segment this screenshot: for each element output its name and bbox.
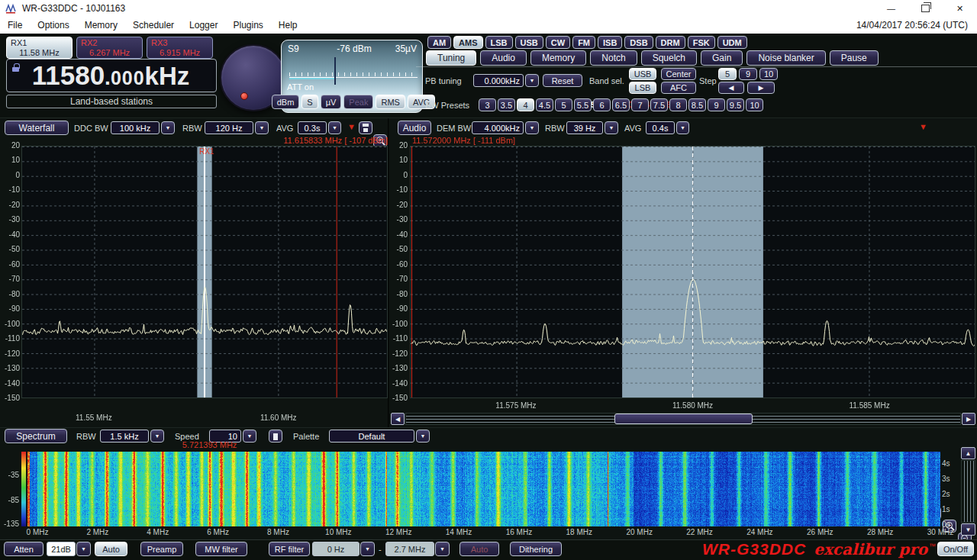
marker-icon[interactable]: ▼ — [347, 122, 356, 131]
smeter-button-dbm[interactable]: dBm — [272, 95, 300, 109]
rx-tab-rx1[interactable]: RX111.58 MHz — [6, 37, 73, 59]
bw-preset-6-5[interactable]: 6.5 — [612, 98, 630, 111]
spectrum-tab-button[interactable]: Spectrum — [5, 429, 67, 443]
audio-tab-button[interactable]: Audio — [398, 121, 431, 135]
bw-preset-5-5[interactable]: 5.5 — [574, 98, 592, 111]
waterfall-display[interactable] — [27, 452, 940, 526]
center-button[interactable]: Center — [661, 68, 696, 80]
rf-filter-high-field[interactable]: 2.7 MHz — [385, 542, 434, 556]
tab-pause[interactable]: Pause — [830, 50, 879, 66]
afc-button[interactable]: AFC — [661, 82, 696, 94]
step-down-button[interactable]: ◀ — [718, 82, 744, 94]
mode-button-isb[interactable]: ISB — [598, 36, 622, 49]
smeter-button-rms[interactable]: RMS — [376, 95, 405, 109]
audio-spectrum-display[interactable] — [411, 146, 975, 397]
menu-item-file[interactable]: File — [0, 20, 30, 31]
minimize-button[interactable]: — — [874, 0, 908, 17]
step-button-5[interactable]: 5 — [718, 68, 737, 80]
tab-memory[interactable]: Memory — [530, 50, 586, 66]
palette-dropdown[interactable]: ▼ — [416, 430, 430, 443]
bw-preset-9[interactable]: 9 — [708, 98, 725, 111]
dithering-button[interactable]: Dithering — [510, 542, 562, 556]
mw-filter-button[interactable]: MW filter — [195, 542, 247, 556]
main-avg-field[interactable]: 0.3s — [298, 121, 327, 134]
ddc-bw-dropdown[interactable]: ▼ — [161, 121, 175, 134]
bw-preset-9-5[interactable]: 9.5 — [727, 98, 744, 111]
main-spectrum-plot[interactable] — [21, 146, 388, 398]
pb-tuning-field[interactable]: 0.000kHz — [473, 74, 524, 87]
tab-tuning[interactable]: Tuning — [426, 50, 476, 66]
atten-auto-button[interactable]: Auto — [95, 542, 127, 556]
mode-button-usb[interactable]: USB — [515, 36, 543, 49]
atten-value-field[interactable]: 21dB — [47, 542, 76, 556]
pb-tuning-dropdown[interactable]: ▼ — [525, 74, 539, 87]
smeter-button-s[interactable]: S — [301, 95, 318, 109]
atten-button[interactable]: Atten — [4, 542, 44, 556]
audio-avg-field[interactable]: 0.4s — [646, 121, 675, 134]
waterfall-tab-button[interactable]: Waterfall — [5, 121, 69, 135]
mode-button-fsk[interactable]: FSK — [688, 36, 715, 49]
step-up-button[interactable]: ▶ — [747, 82, 775, 94]
tab-audio[interactable]: Audio — [480, 50, 527, 66]
palette-field[interactable]: Default — [329, 430, 414, 443]
hscroll-left-button[interactable]: ◀ — [391, 413, 405, 425]
bw-preset-7-5[interactable]: 7.5 — [650, 98, 668, 111]
vscroll-track[interactable] — [961, 460, 975, 523]
bw-preset-8-5[interactable]: 8.5 — [688, 98, 706, 111]
audio-spectrum-plot[interactable] — [410, 146, 975, 398]
bw-preset-3-5[interactable]: 3.5 — [498, 98, 515, 111]
smeter-button--v[interactable]: µV — [321, 95, 342, 109]
bw-preset-4-5[interactable]: 4.5 — [536, 98, 553, 111]
smeter-button-peak[interactable]: Peak — [343, 95, 373, 109]
vscroll-down-button[interactable]: ▼ — [961, 523, 975, 536]
mode-button-ams[interactable]: AMS — [453, 36, 482, 49]
atten-dropdown[interactable]: ▼ — [76, 542, 91, 556]
mode-button-udm[interactable]: UDM — [717, 36, 747, 49]
audio-rbw-dropdown[interactable]: ▼ — [605, 121, 618, 134]
bw-preset-10[interactable]: 10 — [746, 98, 763, 111]
pause-icon[interactable] — [269, 430, 282, 443]
rx-tab-rx3[interactable]: RX36.915 MHz — [147, 37, 213, 59]
bw-preset-3[interactable]: 3 — [479, 98, 496, 111]
main-spectrum-display[interactable] — [22, 146, 387, 397]
mode-button-fm[interactable]: FM — [572, 36, 595, 49]
band-lsb-button[interactable]: LSB — [629, 82, 656, 94]
pb-reset-button[interactable]: Reset — [543, 74, 582, 87]
mode-button-drm[interactable]: DRM — [656, 36, 685, 49]
ddc-bw-field[interactable]: 100 kHz — [111, 121, 160, 134]
bw-preset-8[interactable]: 8 — [669, 98, 687, 111]
hscroll-thumb[interactable] — [614, 414, 753, 424]
band-usb-button[interactable]: USB — [629, 68, 656, 80]
audio-rbw-field[interactable]: 39 Hz — [566, 121, 603, 134]
menu-item-logger[interactable]: Logger — [182, 20, 225, 31]
wf-rbw-field[interactable]: 1.5 kHz — [100, 430, 149, 443]
rx-tab-rx2[interactable]: RX26.267 MHz — [76, 37, 143, 59]
rf-filter-button[interactable]: RF filter — [269, 542, 310, 556]
tab-gain[interactable]: Gain — [701, 50, 743, 66]
menu-item-options[interactable]: Options — [30, 20, 76, 31]
menu-item-memory[interactable]: Memory — [77, 20, 125, 31]
mode-button-dsb[interactable]: DSB — [624, 36, 653, 49]
main-avg-dropdown[interactable]: ▼ — [328, 121, 341, 134]
mode-button-lsb[interactable]: LSB — [485, 36, 513, 49]
step-button-9[interactable]: 9 — [739, 68, 757, 80]
close-button[interactable]: ✕ — [943, 0, 977, 17]
marker-icon[interactable]: ▼ — [919, 122, 927, 131]
restore-button[interactable] — [908, 0, 943, 17]
menu-item-scheduler[interactable]: Scheduler — [125, 20, 182, 31]
rf-high-dropdown[interactable]: ▼ — [435, 542, 450, 556]
frequency-display[interactable]: 11580.000kHz — [6, 59, 217, 92]
menu-item-plugins[interactable]: Plugins — [225, 20, 270, 31]
audio-avg-dropdown[interactable]: ▼ — [676, 121, 689, 134]
save-icon[interactable] — [359, 121, 372, 134]
tab-squelch[interactable]: Squelch — [641, 50, 697, 66]
main-rbw-dropdown[interactable]: ▼ — [255, 121, 269, 134]
rf-low-dropdown[interactable]: ▼ — [360, 542, 375, 556]
bw-preset-5[interactable]: 5 — [555, 98, 572, 111]
dem-bw-field[interactable]: 4.000kHz — [472, 121, 524, 134]
rf-filter-low-field[interactable]: 0 Hz — [312, 542, 360, 556]
dem-bw-dropdown[interactable]: ▼ — [525, 121, 539, 134]
onoff-button[interactable]: On/Off — [937, 542, 974, 556]
waterfall-box[interactable] — [27, 452, 940, 526]
main-rbw-field[interactable]: 120 Hz — [205, 121, 253, 134]
